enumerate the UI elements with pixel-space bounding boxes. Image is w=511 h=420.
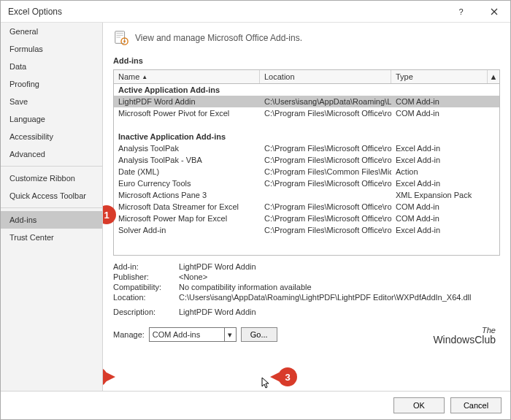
- sidebar-item-save[interactable]: Save: [1, 93, 102, 110]
- column-location[interactable]: Location: [260, 70, 391, 83]
- column-name[interactable]: Name▲: [114, 70, 260, 83]
- close-button[interactable]: [477, 1, 510, 23]
- go-button[interactable]: Go...: [241, 327, 277, 342]
- detail-compat: No compatibility information available: [179, 283, 500, 291]
- dialog-footer: OK Cancel: [1, 391, 510, 419]
- callout-2: 2: [103, 367, 107, 386]
- group-active: Active Application Add-ins: [114, 85, 260, 95]
- table-row[interactable]: Euro Currency ToolsC:\Program Files\Micr…: [114, 177, 499, 189]
- table-row[interactable]: Microsoft Data Streamer for ExcelC:\Prog…: [114, 201, 499, 213]
- sidebar-item-general[interactable]: General: [1, 23, 102, 40]
- detail-label-location: Location:: [113, 293, 179, 302]
- table-row[interactable]: LightPDF Word Addin C:\Users\isang\AppDa…: [114, 96, 499, 107]
- scroll-up-icon[interactable]: ▲: [488, 70, 499, 83]
- chevron-down-icon: ▾: [224, 328, 236, 341]
- sidebar-divider: [1, 166, 102, 167]
- table-row[interactable]: Solver Add-inC:\Program Files\Microsoft …: [114, 224, 499, 236]
- sidebar-item-quick-access[interactable]: Quick Access Toolbar: [1, 187, 102, 205]
- ok-button[interactable]: OK: [393, 397, 445, 413]
- detail-label-description: Description:: [113, 308, 179, 316]
- column-type[interactable]: Type: [391, 70, 488, 83]
- sidebar-item-data[interactable]: Data: [1, 58, 102, 75]
- sort-asc-icon: ▲: [142, 74, 147, 80]
- header-text: View and manage Microsoft Office Add-ins…: [135, 33, 302, 43]
- content-pane: View and manage Microsoft Office Add-ins…: [103, 23, 510, 391]
- table-row[interactable]: Analysis ToolPakC:\Program Files\Microso…: [114, 142, 499, 154]
- sidebar-item-trust-center[interactable]: Trust Center: [1, 229, 102, 246]
- close-icon: [491, 8, 498, 15]
- sidebar-item-customize-ribbon[interactable]: Customize Ribbon: [1, 169, 102, 187]
- table-body[interactable]: Active Application Add-ins LightPDF Word…: [114, 84, 499, 255]
- sidebar-divider: [1, 207, 102, 208]
- watermark: The WindowsClub: [433, 326, 496, 345]
- sidebar-item-formulas[interactable]: Formulas: [1, 40, 102, 58]
- detail-location: C:\Users\isang\AppData\Roaming\LightPDF\…: [179, 293, 500, 302]
- sidebar-item-advanced[interactable]: Advanced: [1, 145, 102, 163]
- table-row[interactable]: Analysis ToolPak - VBAC:\Program Files\M…: [114, 154, 499, 166]
- excel-options-dialog: Excel Options ? General Formulas Data Pr…: [0, 0, 511, 420]
- sidebar-item-proofing[interactable]: Proofing: [1, 75, 102, 93]
- detail-label-publisher: Publisher:: [113, 272, 179, 281]
- titlebar: Excel Options ?: [1, 1, 510, 23]
- sidebar-item-language[interactable]: Language: [1, 110, 102, 128]
- table-row[interactable]: Microsoft Power Map for ExcelC:\Program …: [114, 213, 499, 224]
- sidebar: General Formulas Data Proofing Save Lang…: [1, 23, 103, 391]
- addin-details: Add-in:LightPDF Word Addin Publisher:<No…: [113, 261, 500, 317]
- help-button[interactable]: ?: [445, 1, 477, 23]
- addins-icon: [113, 30, 129, 46]
- manage-value: COM Add-ins: [153, 330, 200, 339]
- table-header: Name▲ Location Type ▲: [114, 70, 499, 84]
- table-row[interactable]: Microsoft Power Pivot for Excel C:\Progr…: [114, 107, 499, 119]
- window-title: Excel Options: [8, 7, 445, 17]
- detail-publisher: <None>: [179, 272, 500, 281]
- detail-addin: LightPDF Word Addin: [179, 262, 500, 271]
- manage-label: Manage:: [113, 330, 145, 339]
- section-title: Add-ins: [113, 56, 500, 65]
- detail-description: LightPDF Word Addin: [179, 308, 500, 316]
- group-inactive: Inactive Application Add-ins: [114, 131, 260, 142]
- detail-label-addin: Add-in:: [113, 262, 179, 271]
- table-row[interactable]: Microsoft Actions Pane 3XML Expansion Pa…: [114, 189, 499, 201]
- sidebar-item-accessibility[interactable]: Accessibility: [1, 128, 102, 145]
- callout-3: 3: [278, 367, 297, 386]
- svg-point-2: [123, 40, 126, 42]
- cancel-button[interactable]: Cancel: [450, 397, 502, 413]
- sidebar-item-addins[interactable]: Add-ins: [1, 211, 102, 229]
- table-row[interactable]: Date (XML)C:\Program Files\Common Files\…: [114, 166, 499, 177]
- manage-select[interactable]: COM Add-ins ▾: [149, 327, 237, 342]
- addins-table: Name▲ Location Type ▲ Active Application…: [113, 69, 500, 256]
- detail-label-compat: Compatibility:: [113, 283, 179, 291]
